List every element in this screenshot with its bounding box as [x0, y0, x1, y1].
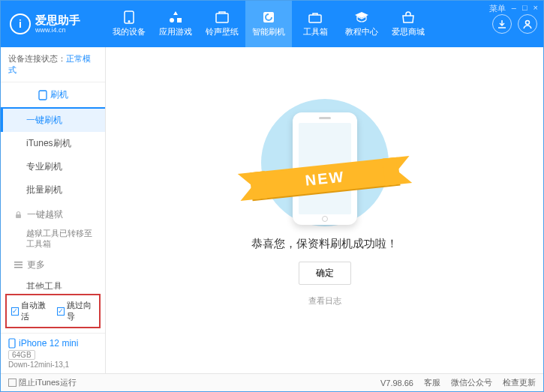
phone-icon: [122, 10, 137, 24]
success-illustration: NEW: [261, 99, 389, 226]
jailbreak-note: 越狱工具已转移至 工具箱: [1, 225, 105, 252]
wallet-icon: [215, 10, 230, 24]
svg-rect-9: [16, 214, 21, 218]
checkbox-block-itunes[interactable]: ✓ 阻止iTunes运行: [8, 377, 77, 388]
customer-service-link[interactable]: 客服: [424, 377, 440, 388]
check-icon: ✓: [11, 307, 19, 316]
checkbox-auto-activate[interactable]: ✓ 自动激活: [11, 300, 50, 322]
nav-ringtones[interactable]: 铃声壁纸: [199, 1, 245, 47]
download-button[interactable]: [492, 14, 512, 34]
svg-point-1: [128, 21, 130, 22]
check-icon: ✓: [57, 307, 65, 316]
svg-rect-13: [9, 339, 15, 348]
lock-icon: [14, 211, 23, 219]
svg-rect-6: [309, 15, 321, 22]
view-log-link[interactable]: 查看日志: [308, 295, 341, 307]
top-nav: 我的设备 应用游戏 铃声壁纸 智能刷机 工具箱 教程中心 爱思商城: [106, 1, 488, 47]
phone-small-icon: [8, 338, 16, 349]
minimize-icon[interactable]: –: [512, 3, 516, 14]
success-message: 恭喜您，保资料刷机成功啦！: [251, 237, 398, 251]
svg-rect-4: [216, 13, 228, 22]
sidebar: 设备连接状态：正常模式 刷机 一键刷机 iTunes刷机 专业刷机 批量刷机 一…: [1, 47, 106, 373]
wechat-link[interactable]: 微信公众号: [451, 377, 492, 388]
sidebar-item-pro-flash[interactable]: 专业刷机: [1, 155, 105, 178]
svg-rect-11: [14, 265, 23, 266]
app-url: www.i4.cn: [35, 26, 80, 34]
device-panel[interactable]: iPhone 12 mini 64GB Down-12mini-13,1: [1, 333, 105, 373]
check-update-link[interactable]: 检查更新: [503, 377, 536, 388]
nav-apps-games[interactable]: 应用游戏: [152, 1, 199, 47]
nav-tutorials[interactable]: 教程中心: [338, 1, 385, 47]
menu-icon[interactable]: 菜单: [489, 3, 506, 14]
list-icon: [14, 262, 23, 268]
sidebar-item-other-tools[interactable]: 其他工具: [1, 275, 105, 289]
checkbox-skip-guide[interactable]: ✓ 跳过向导: [57, 300, 95, 322]
footer: ✓ 阻止iTunes运行 V7.98.66 客服 微信公众号 检查更新: [1, 373, 543, 391]
store-icon: [401, 10, 416, 24]
graduation-icon: [354, 10, 369, 24]
version-label: V7.98.66: [380, 379, 413, 388]
flash-options-highlighted: ✓ 自动激活 ✓ 跳过向导: [5, 294, 101, 328]
refresh-icon: [261, 10, 276, 24]
sidebar-item-oneclick-flash[interactable]: 一键刷机: [1, 109, 105, 132]
connection-status: 设备连接状态：正常模式: [1, 47, 105, 82]
checkbox-empty-icon: ✓: [8, 379, 17, 387]
svg-point-2: [170, 18, 174, 22]
user-button[interactable]: [518, 14, 537, 34]
nav-toolbox[interactable]: 工具箱: [292, 1, 338, 47]
sidebar-item-itunes-flash[interactable]: iTunes刷机: [1, 132, 105, 155]
maximize-icon[interactable]: □: [522, 3, 527, 14]
svg-rect-3: [177, 18, 182, 22]
nav-store[interactable]: 爱思商城: [385, 1, 431, 47]
nav-smart-flash[interactable]: 智能刷机: [245, 1, 292, 47]
storage-badge: 64GB: [8, 350, 35, 360]
sidebar-item-batch-flash[interactable]: 批量刷机: [1, 178, 105, 202]
svg-rect-10: [14, 262, 23, 263]
toolbox-icon: [308, 10, 323, 24]
apps-icon: [168, 10, 183, 24]
phone-small-icon: [38, 90, 47, 100]
header: i 爱思助手 www.i4.cn 我的设备 应用游戏 铃声壁纸 智能刷机 工具箱: [1, 1, 543, 47]
sidebar-group-jailbreak: 一键越狱: [1, 202, 105, 225]
device-name-label: iPhone 12 mini: [19, 338, 78, 349]
nav-my-device[interactable]: 我的设备: [106, 1, 152, 47]
svg-rect-8: [39, 91, 47, 100]
svg-rect-12: [14, 267, 23, 268]
logo: i 爱思助手 www.i4.cn: [10, 13, 106, 34]
svg-point-7: [526, 21, 530, 25]
ok-button[interactable]: 确定: [299, 262, 351, 285]
close-icon[interactable]: ×: [533, 3, 538, 14]
logo-icon: i: [10, 13, 31, 34]
app-title: 爱思助手: [35, 14, 80, 26]
tab-flash[interactable]: 刷机: [1, 82, 105, 109]
main-content: NEW 恭喜您，保资料刷机成功啦！ 确定 查看日志: [106, 47, 543, 373]
device-sub: Down-12mini-13,1: [8, 361, 98, 369]
sidebar-group-more: 更多: [1, 252, 105, 275]
